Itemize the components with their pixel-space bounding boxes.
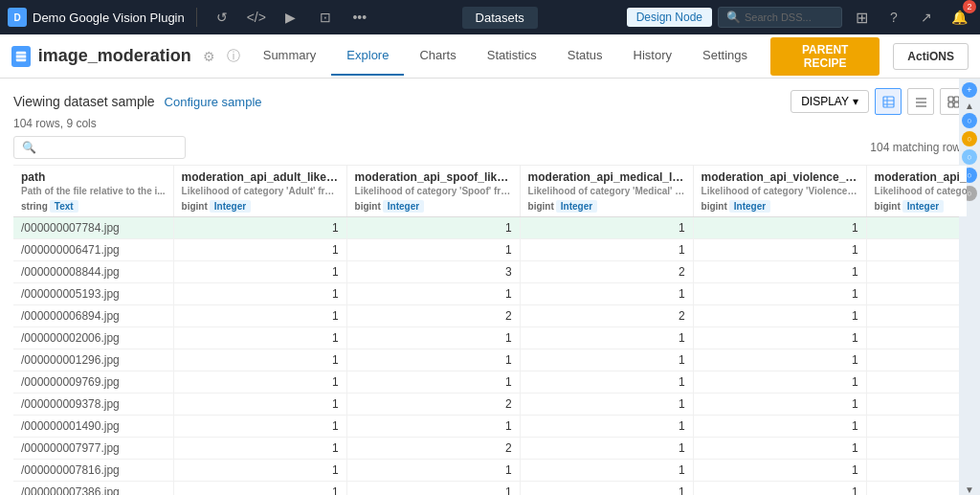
nav-center: Datasets	[381, 7, 619, 29]
table-row: /000000007386.jpg 1 1 1 1 1	[13, 482, 967, 496]
cell-racy: 2	[866, 394, 967, 416]
cell-violence: 1	[693, 349, 866, 371]
cell-medical: 1	[520, 327, 693, 349]
data-table-container: path Path of the file relative to the i.…	[13, 166, 967, 495]
cell-adult: 1	[173, 283, 346, 305]
design-node-button[interactable]: Design Node	[627, 8, 712, 27]
secondary-nav: image_moderation ⚙ ⓘ Summary Explore Cha…	[0, 34, 980, 79]
app-logo: D Demo Google Vision Plugin	[8, 8, 185, 27]
col-type-adult: bigint Integer	[174, 198, 346, 216]
cell-path: /000000009769.jpg	[13, 371, 173, 394]
col-header-violence: moderation_api_violence_likelihood Likel…	[693, 166, 866, 217]
cell-violence: 1	[693, 482, 866, 496]
col-type-spoof: bigint Integer	[347, 198, 520, 216]
actions-button[interactable]: ActiONS	[893, 43, 969, 70]
viewing-title: Viewing dataset sample	[13, 94, 155, 109]
search-icon: 🔍	[726, 11, 741, 24]
cell-racy: 1	[866, 283, 967, 305]
tab-status[interactable]: Status	[552, 36, 618, 76]
cell-adult: 1	[173, 416, 346, 438]
cell-racy: 2	[866, 371, 967, 394]
col-name-path: path	[13, 166, 173, 186]
dataset-settings-icon[interactable]: ⚙	[203, 49, 215, 64]
tab-charts[interactable]: Charts	[404, 36, 471, 76]
cell-medical: 2	[520, 305, 693, 327]
cell-violence: 1	[693, 217, 866, 239]
list-view-icon[interactable]	[907, 88, 934, 115]
cell-spoof: 1	[346, 217, 520, 239]
col-type-medical: bigint Integer	[521, 198, 693, 216]
svg-rect-11	[954, 97, 959, 101]
page-content: Viewing dataset sample Configure sample …	[0, 79, 980, 495]
nav-tabs: Summary Explore Charts Statistics Status…	[248, 36, 763, 76]
col-type-racy: bigint Integer	[867, 198, 967, 216]
configure-sample-link[interactable]: Configure sample	[165, 95, 262, 109]
tab-summary[interactable]: Summary	[248, 36, 332, 76]
sidebar-dot-2[interactable]: ○	[962, 113, 977, 128]
global-search[interactable]: 🔍 Search DSS...	[718, 7, 842, 28]
row-info: 104 rows, 9 cols	[13, 117, 967, 130]
table-row: /000000007816.jpg 1 1 1 1 2	[13, 460, 967, 482]
dataset-icon	[11, 46, 31, 67]
display-controls: DISPLAY ▾	[791, 88, 967, 115]
analytics-icon[interactable]: ↗	[913, 4, 940, 31]
cell-adult: 1	[173, 305, 346, 327]
cell-spoof: 1	[346, 371, 520, 394]
tab-history[interactable]: History	[618, 36, 687, 76]
cell-path: /000000007386.jpg	[13, 482, 173, 496]
play-icon[interactable]: ▶	[278, 4, 304, 31]
cell-medical: 1	[520, 283, 693, 305]
right-sidebar: + ▲ ○ ○ ○ ○ ○ ▼	[959, 79, 980, 495]
cell-spoof: 1	[346, 482, 520, 496]
help-icon[interactable]: ?	[880, 4, 907, 31]
cell-racy: 1	[866, 349, 967, 371]
nav-right: Design Node 🔍 Search DSS... ⊞ ? ↗ 🔔 2	[627, 4, 972, 31]
cell-spoof: 1	[346, 327, 520, 349]
tab-statistics[interactable]: Statistics	[472, 36, 552, 76]
display-button[interactable]: DISPLAY ▾	[791, 90, 869, 113]
col-type-path: string Text	[13, 198, 173, 216]
table-row: /000000006471.jpg 1 1 1 1 2	[13, 239, 967, 261]
col-desc-violence: Likelihood of category 'Violence' from 1…	[694, 186, 866, 198]
table-view-icon[interactable]	[875, 88, 902, 115]
table-header-row: path Path of the file relative to the i.…	[13, 166, 967, 217]
matching-rows: 104 matching rows	[870, 141, 967, 154]
info-icon[interactable]: ⓘ	[227, 48, 240, 65]
datasets-label[interactable]: Datasets	[462, 7, 538, 29]
cell-adult: 1	[173, 327, 346, 349]
sidebar-up-arrow[interactable]: ▲	[965, 101, 974, 111]
svg-rect-10	[948, 97, 953, 101]
col-header-medical: moderation_api_medical_likelihood Likeli…	[520, 166, 693, 217]
refresh-icon[interactable]: ↺	[209, 4, 235, 31]
cell-violence: 1	[693, 371, 866, 394]
cell-spoof: 1	[346, 239, 520, 261]
svg-rect-3	[883, 97, 894, 107]
display-label: DISPLAY	[801, 95, 849, 108]
notification-icon[interactable]: 🔔 2	[946, 4, 972, 31]
nav-divider	[196, 8, 197, 27]
table-search-input[interactable]	[13, 136, 186, 159]
cell-path: /000000007977.jpg	[13, 438, 173, 460]
cell-adult: 1	[173, 460, 346, 482]
code-icon[interactable]: </>	[243, 4, 270, 31]
cell-racy: 2	[866, 261, 967, 283]
table-row: /000000008844.jpg 1 3 2 1 2	[13, 261, 967, 283]
cell-racy: 2	[866, 460, 967, 482]
cell-racy: 1	[866, 327, 967, 349]
cell-medical: 1	[520, 438, 693, 460]
sidebar-down-arrow[interactable]: ▼	[965, 484, 974, 495]
apps-grid-icon[interactable]: ⊞	[848, 4, 875, 31]
parent-recipe-button[interactable]: PARENT RECIPE	[770, 37, 880, 76]
tab-explore[interactable]: Explore	[331, 36, 404, 76]
more-icon[interactable]: •••	[346, 4, 373, 31]
tab-settings[interactable]: Settings	[687, 36, 763, 76]
cell-adult: 1	[173, 349, 346, 371]
cell-adult: 1	[173, 371, 346, 394]
grid-small-icon[interactable]: ⊡	[312, 4, 339, 31]
cell-violence: 1	[693, 394, 866, 416]
cell-adult: 1	[173, 261, 346, 283]
sidebar-dot-orange[interactable]: ○	[962, 131, 977, 146]
sidebar-dot-1[interactable]: +	[962, 82, 977, 98]
cell-medical: 1	[520, 217, 693, 239]
sidebar-dot-blue[interactable]: ○	[962, 149, 977, 165]
